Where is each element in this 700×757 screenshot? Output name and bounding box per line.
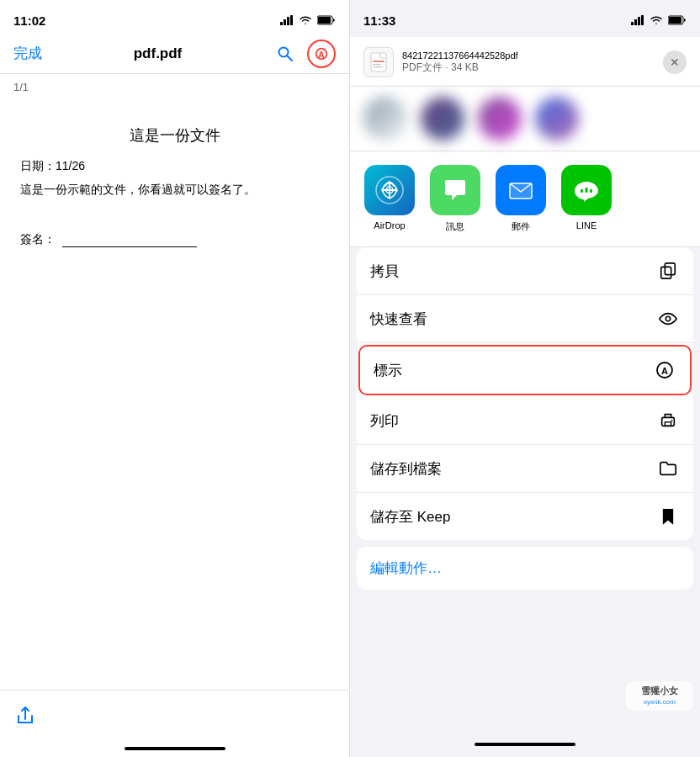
action-save-keep-label: 儲存至 Keep [370, 507, 450, 527]
svg-rect-1 [284, 19, 286, 25]
wifi-icon-left [299, 15, 312, 25]
svg-rect-19 [373, 66, 383, 68]
pdf-title-nav: pdf.pdf [134, 45, 183, 62]
app-icons-row: AirDrop 訊息 [350, 151, 700, 247]
mail-svg [506, 175, 536, 205]
svg-rect-3 [290, 15, 293, 25]
page-indicator: 1/1 [0, 74, 349, 100]
contact-avatar-1 [363, 97, 407, 140]
battery-icon-right [668, 15, 687, 25]
svg-rect-13 [641, 15, 644, 25]
svg-rect-26 [590, 189, 592, 193]
line-svg [571, 175, 602, 205]
share-button[interactable] [13, 704, 37, 728]
pdf-date: 日期：11/26 [20, 159, 329, 174]
edit-actions-group: 編輯動作… [357, 547, 693, 590]
svg-rect-15 [669, 17, 681, 24]
bottom-toolbar-left [0, 690, 349, 740]
nav-right-icons: A [273, 40, 336, 68]
svg-text:A: A [318, 49, 325, 59]
app-mail[interactable]: 郵件 [491, 165, 550, 233]
pdf-sign-line: 簽名： [20, 232, 329, 247]
messages-icon [430, 165, 480, 215]
action-save-files[interactable]: 儲存到檔案 [357, 445, 693, 493]
print-icon [656, 409, 680, 432]
folder-icon [656, 457, 680, 480]
app-airdrop[interactable]: AirDrop [360, 165, 419, 233]
wifi-icon-right [650, 15, 663, 25]
markup-icon: A [314, 46, 329, 61]
right-panel: 11:33 [350, 0, 700, 757]
left-panel: 11:02 完成 pdf.pdf [0, 0, 350, 757]
close-button[interactable]: ✕ [663, 50, 687, 74]
svg-rect-2 [287, 17, 289, 25]
line-icon [561, 165, 612, 215]
status-icons-right [631, 15, 687, 25]
action-save-files-label: 儲存到檔案 [370, 459, 442, 479]
contact-avatar-3 [478, 97, 522, 140]
svg-rect-5 [318, 17, 331, 24]
airdrop-label: AirDrop [374, 220, 405, 230]
svg-point-29 [666, 316, 671, 321]
app-messages[interactable]: 訊息 [426, 165, 485, 233]
mail-label: 郵件 [512, 220, 530, 233]
action-copy-label: 拷貝 [370, 262, 399, 281]
eye-icon [656, 307, 680, 331]
battery-icon-left [317, 15, 336, 25]
svg-rect-11 [634, 19, 637, 25]
home-bar-right [475, 743, 575, 746]
svg-point-34 [671, 420, 673, 421]
action-list-container: 拷貝 快速查看 [350, 247, 700, 732]
search-button[interactable] [273, 42, 297, 66]
mail-icon [496, 165, 546, 215]
file-type-icon [363, 47, 394, 77]
svg-rect-17 [373, 61, 384, 62]
contact-avatar-4 [535, 97, 579, 140]
action-group-1: 拷貝 快速查看 [357, 247, 693, 540]
action-quicklook[interactable]: 快速查看 [357, 295, 693, 343]
app-line[interactable]: LINE [557, 165, 616, 233]
svg-rect-18 [373, 64, 381, 66]
action-markup[interactable]: 標示 A [358, 345, 692, 395]
search-icon [277, 45, 294, 62]
signal-icon-right [631, 15, 644, 25]
bookmark-icon [656, 505, 680, 528]
action-save-keep[interactable]: 儲存至 Keep [357, 493, 693, 540]
line-label: LINE [576, 220, 597, 230]
status-bar-right: 11:33 [350, 0, 700, 37]
svg-rect-25 [586, 188, 588, 193]
status-time-right: 11:33 [363, 13, 395, 28]
pdf-file-icon [370, 52, 387, 72]
messages-label: 訊息 [446, 220, 464, 233]
signal-icon-left [280, 15, 294, 25]
edit-actions-button[interactable]: 編輯動作… [357, 547, 693, 590]
svg-line-7 [288, 56, 293, 61]
share-header: 84217221137664442528pdf PDF文件 · 34 KB ✕ [350, 37, 700, 87]
markup-button[interactable]: A [307, 40, 336, 68]
messages-svg [440, 175, 470, 205]
nav-bar-left: 完成 pdf.pdf A [0, 37, 349, 74]
action-markup-label: 標示 [374, 361, 402, 380]
contacts-row [350, 87, 700, 151]
home-indicator-left [0, 740, 349, 757]
action-print[interactable]: 列印 [357, 397, 693, 445]
svg-text:A: A [661, 366, 668, 376]
contact-avatar-2 [421, 97, 464, 140]
svg-rect-24 [581, 189, 583, 193]
action-copy[interactable]: 拷貝 [357, 247, 693, 295]
file-name: 84217221137664442528pdf [402, 50, 655, 61]
svg-rect-28 [661, 267, 671, 278]
copy-icon [656, 259, 680, 283]
svg-rect-27 [665, 263, 675, 275]
pdf-description: 這是一份示範的文件，你看過就可以簽名了。 [20, 181, 329, 199]
status-bar-left: 11:02 [0, 0, 349, 37]
done-button[interactable]: 完成 [13, 44, 42, 63]
share-icon [15, 706, 35, 726]
airdrop-svg [374, 175, 405, 205]
status-time-left: 11:02 [13, 13, 45, 28]
watermark: 雪獾小女 xyxnk.com [626, 681, 693, 732]
svg-rect-12 [638, 17, 640, 25]
airdrop-icon [364, 165, 415, 215]
pdf-doc-title: 這是一份文件 [20, 125, 329, 146]
pdf-content: 這是一份文件 日期：11/26 這是一份示範的文件，你看過就可以簽名了。 簽名： [0, 100, 349, 690]
